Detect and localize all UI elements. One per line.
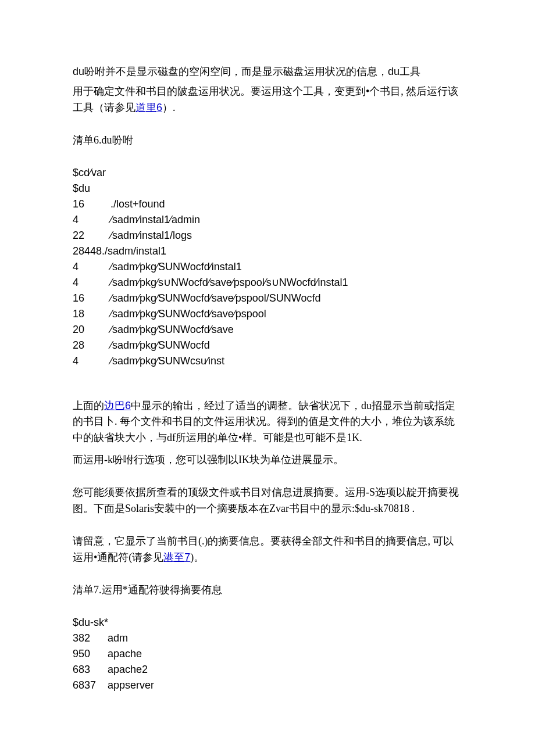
listing-7-title: 清单7.运用*通配符驶得摘要侑息: [73, 582, 462, 599]
paragraph-1: du吩咐并不是显示磁盘的空闲空间，而是显示磁盘运用状况的信息，du工具: [73, 64, 462, 80]
text-p2b: ）.: [162, 102, 176, 113]
paragraph-4: 而运用-k吩咐行选项，您可以强制以IK块为单位进展显示。: [73, 452, 462, 468]
link-bianba-6[interactable]: 边巴6: [104, 400, 131, 411]
text-p6b: )。: [190, 551, 204, 563]
paragraph-5: 您可能须要依据所查看的顶级文件或书目对信息进展摘要。运用-S选项以靛开摘要视图。…: [73, 485, 462, 517]
paragraph-6: 请留意，它显示了当前书目(.)的摘要信息。要获得全部文件和书目的摘要信息, 可以…: [73, 533, 462, 566]
code-block-2: $du-sk* 382 adm 950 apache 683 apache2 6…: [73, 615, 462, 693]
text-p2a: 用于确定文件和书目的陂盘运用状况。要运用这个工具，变更到•个书目, 然后运行该工…: [73, 85, 458, 113]
code-block-1: $cd⁄var $du 16 ./lost+found 4 ⁄sadm⁄inst…: [73, 165, 462, 369]
text-p6a: 请留意，它显示了当前书目(.)的摘要信息。要获得全部文件和书目的摘要信息, 可以…: [73, 535, 454, 563]
paragraph-2: 用于确定文件和书目的陂盘运用状况。要运用这个工具，变更到•个书目, 然后运行该工…: [73, 84, 462, 116]
link-listing-7[interactable]: 港至7: [163, 551, 190, 563]
listing-6-title: 清单6.du吩咐: [73, 132, 462, 149]
link-listing-6[interactable]: 道里6: [135, 102, 162, 113]
paragraph-3: 上面的边巴6中显示的输出，经过了适当的调整。缺省状况下，du招显示当前或指定的书…: [73, 398, 462, 447]
text-p1: du吩咐并不是显示磁盘的空闲空间，而是显示磁盘运用状况的信息，du工具: [73, 66, 420, 77]
text-p3a: 上面的: [73, 400, 104, 411]
